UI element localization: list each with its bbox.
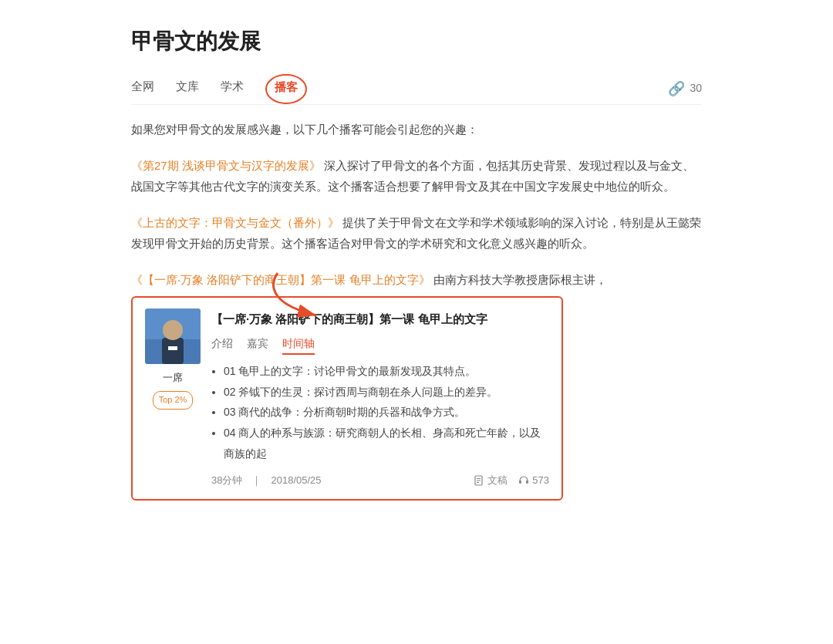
timeline-item-1: 01 龟甲上的文字：讨论甲骨文的最新发现及其特点。 xyxy=(224,361,549,382)
podcast-block-1: 《第27期 浅谈甲骨文与汉字的发展》 深入探讨了甲骨文的各个方面，包括其历史背景… xyxy=(131,155,702,197)
card-timeline-list: 01 龟甲上的文字：讨论甲骨文的最新发现及其特点。 02 斧钺下的生灵：探讨西周… xyxy=(211,361,549,464)
doc-icon-group: 文稿 xyxy=(474,471,508,489)
card-duration: 38分钟 xyxy=(211,471,242,489)
card-footer-right: 文稿 573 xyxy=(474,471,549,489)
intro-text: 如果您对甲骨文的发展感兴趣，以下几个播客可能会引起您的兴趣： xyxy=(131,119,702,140)
podcast-link-3[interactable]: 《【一席·万象 洛阳铲下的商王朝】第一课 龟甲上的文字》 xyxy=(131,273,430,286)
podcast-desc-3-before: 由南方科技大学教授唐际根主讲， xyxy=(433,273,607,286)
card-separator: ｜ xyxy=(251,471,261,489)
tabs-row: 全网 文库 学术 播客 🔗 30 xyxy=(131,74,702,106)
doc-icon xyxy=(474,475,484,486)
svg-rect-5 xyxy=(168,346,177,350)
headphone-icon xyxy=(518,475,529,486)
tab-academic[interactable]: 学术 xyxy=(221,76,244,103)
card-footer-left: 38分钟 ｜ 2018/05/25 xyxy=(211,471,322,489)
link-count-container: 🔗 30 xyxy=(668,77,702,101)
tab-all[interactable]: 全网 xyxy=(131,76,154,103)
timeline-item-2: 02 斧钺下的生灵：探讨西周与商朝在杀人问题上的差异。 xyxy=(224,382,549,403)
tab-podcast[interactable]: 播客 xyxy=(265,74,307,105)
card-tabs: 介绍 嘉宾 时间轴 xyxy=(211,334,549,355)
avatar-name: 一席 xyxy=(163,369,183,386)
svg-rect-3 xyxy=(162,338,184,364)
doc-label: 文稿 xyxy=(487,471,508,489)
podcast-link-2[interactable]: 《上古的文字：甲骨文与金文（番外）》 xyxy=(131,216,339,229)
timeline-item-4: 04 商人的种系与族源：研究商朝人的长相、身高和死亡年龄，以及商族的起 xyxy=(224,423,549,464)
avatar-svg xyxy=(145,309,201,364)
link-icon: 🔗 xyxy=(668,77,685,101)
podcast-block-2: 《上古的文字：甲骨文与金文（番外）》 提供了关于甲骨文在文学和学术领域影响的深入… xyxy=(131,212,702,254)
top-badge: Top 2% xyxy=(153,391,194,410)
podcast-link-1[interactable]: 《第27期 浅谈甲骨文与汉字的发展》 xyxy=(131,159,321,172)
card-title: 【一席·万象 洛阳铲下的商王朝】第一课 龟甲上的文字 xyxy=(211,309,549,329)
page-title: 甲骨文的发展 xyxy=(131,23,702,60)
audio-icon-group: 573 xyxy=(518,471,549,489)
audio-count: 573 xyxy=(532,471,549,489)
tab-library[interactable]: 文库 xyxy=(176,76,199,103)
link-count-value: 30 xyxy=(690,79,702,98)
svg-rect-11 xyxy=(526,480,528,484)
card-avatar-section: 一席 Top 2% xyxy=(145,309,201,490)
card-tab-timeline[interactable]: 时间轴 xyxy=(282,334,315,355)
page-wrapper: 甲骨文的发展 全网 文库 学术 播客 🔗 30 如果您对甲骨文的发展感兴趣，以下… xyxy=(116,0,717,531)
card-date: 2018/05/25 xyxy=(271,471,321,489)
card-popup: 一席 Top 2% 【一席·万象 洛阳铲下的商王朝】第一课 龟甲上的文字 介绍 … xyxy=(131,296,563,501)
card-footer: 38分钟 ｜ 2018/05/25 文稿 xyxy=(211,471,549,489)
card-tab-guest[interactable]: 嘉宾 xyxy=(247,334,268,355)
svg-point-4 xyxy=(163,320,183,340)
card-content: 【一席·万象 洛阳铲下的商王朝】第一课 龟甲上的文字 介绍 嘉宾 时间轴 01 … xyxy=(211,309,549,490)
avatar-image xyxy=(145,309,201,364)
card-tab-intro[interactable]: 介绍 xyxy=(211,334,233,355)
timeline-item-3: 03 商代的战争：分析商朝时期的兵器和战争方式。 xyxy=(224,402,549,423)
podcast-block-3: 《【一席·万象 洛阳铲下的商王朝】第一课 龟甲上的文字》 由南方科技大学教授唐际… xyxy=(131,269,702,501)
svg-rect-10 xyxy=(519,480,521,484)
